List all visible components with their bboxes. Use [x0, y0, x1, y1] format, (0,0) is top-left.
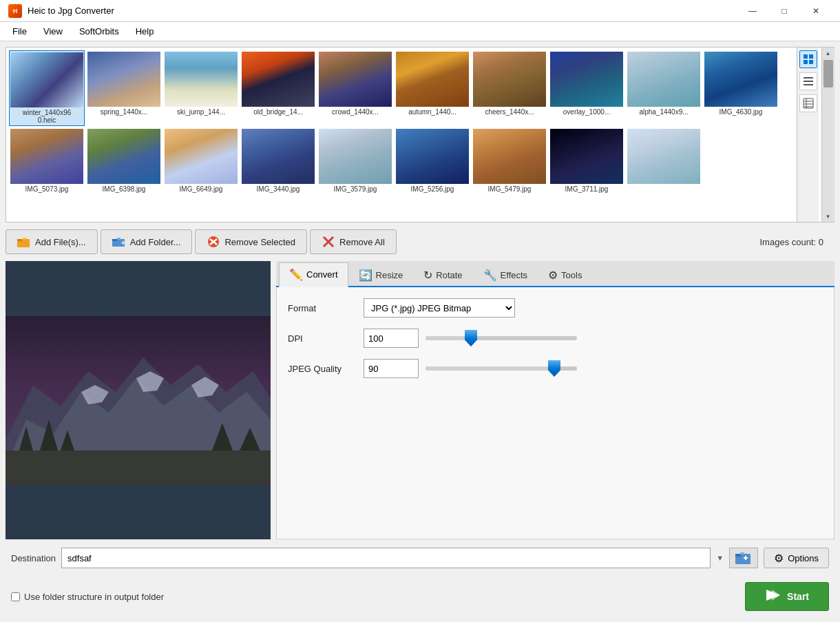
- destination-browse-button[interactable]: [729, 548, 758, 568]
- thumbnail-label: IMG_3440.jpg: [242, 185, 315, 193]
- gallery-scroll[interactable]: winter_1440x960.heic spring_1440x... ski…: [6, 48, 821, 222]
- options-button[interactable]: ⚙ Options: [764, 548, 829, 568]
- toolbar-row: Add File(s)... + Add Folder...: [6, 227, 834, 257]
- jpeg-quality-slider-track[interactable]: [426, 366, 577, 371]
- tab-effects[interactable]: 🔧 Effects: [473, 263, 538, 287]
- add-folder-button[interactable]: + Add Folder...: [101, 229, 193, 254]
- jpeg-quality-input[interactable]: [364, 359, 419, 378]
- list-item[interactable]: IMG_6398.jpg: [86, 127, 162, 194]
- thumbnail-image: [550, 52, 623, 107]
- list-item[interactable]: [626, 127, 702, 194]
- thumbnail-image: [550, 129, 623, 184]
- options-label: Options: [788, 553, 819, 563]
- thumbnail-image: [473, 52, 546, 107]
- list-view-button[interactable]: [799, 72, 817, 90]
- list-item[interactable]: IMG_5073.jpg: [9, 127, 85, 194]
- remove-selected-button[interactable]: Remove Selected: [195, 229, 307, 254]
- thumbnail-label: spring_1440x...: [87, 108, 160, 116]
- add-files-label: Add File(s)...: [35, 237, 86, 247]
- list-item[interactable]: overlay_1000...: [549, 50, 624, 126]
- thumbnail-label: IMG_5073.jpg: [10, 185, 83, 193]
- format-select[interactable]: JPG (*.jpg) JPEG Bitmap PNG (*.png) Port…: [364, 298, 515, 318]
- thumbnail-image: [10, 52, 83, 107]
- tab-tools[interactable]: ⚙ Tools: [538, 263, 592, 287]
- folder-structure-checkbox[interactable]: [11, 592, 20, 601]
- view-toggle-toolbar: [797, 48, 819, 222]
- list-item[interactable]: spring_1440x...: [86, 50, 162, 126]
- menu-softorbits[interactable]: SoftOrbits: [72, 25, 126, 38]
- large-icons-button[interactable]: [799, 50, 817, 68]
- menu-help[interactable]: Help: [129, 25, 161, 38]
- dpi-slider-track[interactable]: [426, 336, 577, 340]
- list-item[interactable]: IMG_5479.jpg: [472, 127, 547, 194]
- menu-view[interactable]: View: [36, 25, 70, 38]
- thumbnail-label: ski_jump_144...: [165, 108, 238, 116]
- resize-tab-icon: 🔄: [359, 269, 372, 282]
- thumbnail-label: crowd_1440x...: [319, 108, 392, 116]
- svg-marker-43: [772, 590, 780, 601]
- scroll-down-arrow[interactable]: ▼: [822, 211, 834, 222]
- svg-rect-3: [809, 60, 813, 64]
- list-item[interactable]: old_bridge_14...: [240, 50, 316, 126]
- thumbnail-image: [473, 129, 546, 184]
- thumbnail-image: [87, 52, 160, 107]
- svg-rect-38: [735, 554, 741, 557]
- format-label: Format: [288, 303, 357, 313]
- destination-dropdown-arrow[interactable]: ▼: [716, 554, 724, 562]
- thumbnail-image: [165, 129, 238, 184]
- list-item[interactable]: IMG_3440.jpg: [240, 127, 316, 194]
- thumbnail-image: [396, 52, 469, 107]
- details-view-button[interactable]: [799, 94, 817, 112]
- list-item[interactable]: alpha_1440x9...: [626, 50, 702, 126]
- menu-bar: File View SoftOrbits Help: [0, 22, 840, 41]
- list-item[interactable]: winter_1440x960.heic: [9, 50, 85, 126]
- add-files-button[interactable]: Add File(s)...: [6, 229, 98, 254]
- thumbnail-label: autumn_1440...: [396, 108, 469, 116]
- close-button[interactable]: ✕: [800, 0, 832, 22]
- scroll-track[interactable]: [822, 59, 834, 211]
- folder-structure-label[interactable]: Use folder structure in output folder: [24, 592, 164, 602]
- thumbnail-label: IMG_5256.jpg: [396, 185, 469, 193]
- thumbnail-label: IMG_6398.jpg: [87, 185, 160, 193]
- dpi-input[interactable]: [364, 329, 419, 348]
- list-item[interactable]: IMG_6649.jpg: [163, 127, 239, 194]
- list-item[interactable]: cheers_1440x...: [472, 50, 547, 126]
- rotate-tab-icon: ↻: [423, 269, 432, 282]
- maximize-button[interactable]: □: [768, 0, 800, 22]
- remove-all-button[interactable]: Remove All: [310, 229, 397, 254]
- thumbnail-label: IMG_3711.jpg: [550, 185, 623, 193]
- tab-rotate[interactable]: ↻ Rotate: [413, 263, 472, 287]
- remove-selected-icon: [207, 235, 220, 249]
- tab-tools-label: Tools: [561, 270, 582, 280]
- list-item[interactable]: IMG_3711.jpg: [549, 127, 624, 194]
- options-gear-icon: ⚙: [774, 552, 784, 565]
- app-icon: H: [8, 4, 22, 18]
- svg-rect-36: [6, 316, 271, 485]
- scroll-thumb[interactable]: [823, 60, 833, 87]
- list-item[interactable]: IMG_3579.jpg: [317, 127, 393, 194]
- tabs-bar: ✏️ Convert 🔄 Resize ↻ Rotate 🔧 Effects ⚙: [276, 261, 834, 287]
- minimize-button[interactable]: —: [737, 0, 768, 22]
- destination-input[interactable]: [61, 548, 711, 568]
- scroll-up-arrow[interactable]: ▲: [822, 48, 834, 59]
- bottom-section: ✏️ Convert 🔄 Resize ↻ Rotate 🔧 Effects ⚙: [6, 261, 834, 539]
- list-item[interactable]: ski_jump_144...: [163, 50, 239, 126]
- thumbnail-label: cheers_1440x...: [473, 108, 546, 116]
- menu-file[interactable]: File: [6, 25, 34, 38]
- svg-rect-16: [112, 239, 117, 241]
- thumbnail-image: [165, 52, 238, 107]
- jpeg-quality-label: JPEG Quality: [288, 364, 357, 374]
- list-item[interactable]: IMG_4630.jpg: [703, 50, 779, 126]
- remove-all-label: Remove All: [339, 237, 385, 247]
- start-button[interactable]: Start: [745, 582, 829, 611]
- dpi-slider-thumb[interactable]: [465, 330, 477, 346]
- tab-resize[interactable]: 🔄 Resize: [348, 263, 414, 287]
- thumbnail-image: [627, 52, 700, 107]
- jpeg-quality-row: JPEG Quality: [288, 359, 823, 378]
- list-item[interactable]: IMG_5256.jpg: [395, 127, 470, 194]
- list-item[interactable]: crowd_1440x...: [317, 50, 393, 126]
- jpeg-quality-slider-thumb[interactable]: [548, 360, 560, 377]
- tab-convert[interactable]: ✏️ Convert: [279, 262, 348, 287]
- list-item[interactable]: autumn_1440...: [395, 50, 470, 126]
- title-bar: H Heic to Jpg Converter — □ ✕: [0, 0, 840, 22]
